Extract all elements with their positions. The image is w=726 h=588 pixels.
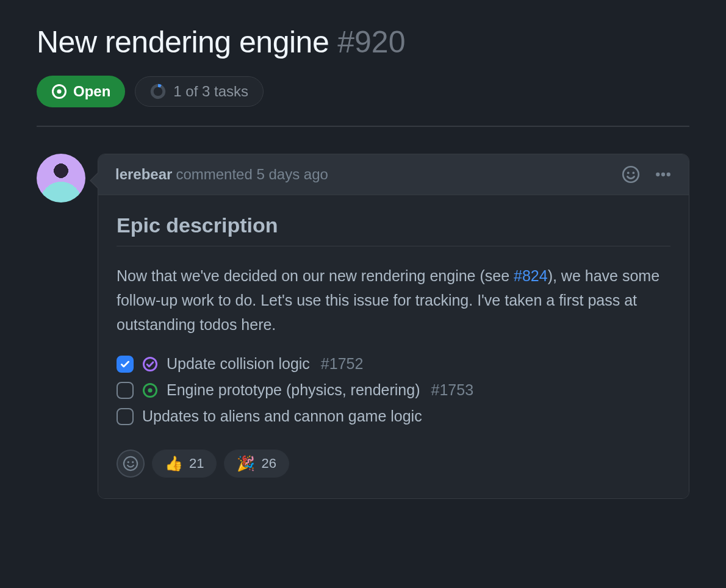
svg-point-13 <box>124 457 137 470</box>
svg-point-7 <box>656 173 660 176</box>
smiley-icon <box>123 456 138 471</box>
svg-point-12 <box>148 388 152 392</box>
status-pill-open: Open <box>37 76 125 107</box>
issue-title: New rendering engine <box>37 24 329 60</box>
svg-point-8 <box>661 173 665 176</box>
smiley-icon[interactable] <box>622 165 640 184</box>
tasks-progress-chip[interactable]: 1 of 3 tasks <box>135 76 264 107</box>
task-checkbox[interactable] <box>117 408 134 425</box>
task-list: Update collision logic #1752 Engine prot… <box>117 355 670 425</box>
svg-point-15 <box>132 461 134 463</box>
comment-header: lerebear commented 5 days ago <box>98 154 689 195</box>
svg-point-1 <box>57 89 61 93</box>
issue-open-icon <box>142 382 158 398</box>
add-reaction-button[interactable] <box>117 450 145 478</box>
tada-icon: 🎉 <box>237 455 255 472</box>
thumbs-up-icon: 👍 <box>165 455 183 472</box>
svg-point-2 <box>153 85 165 98</box>
reaction-count: 26 <box>261 456 276 471</box>
issue-number: #920 <box>337 24 405 60</box>
task-row: Updates to aliens and cannon game logic <box>117 407 670 425</box>
tasks-progress-icon <box>150 84 166 99</box>
comment-thread: lerebear commented 5 days ago Epic descr… <box>37 154 689 499</box>
tasks-summary: 1 of 3 tasks <box>173 83 248 100</box>
status-label: Open <box>73 83 110 100</box>
comment-author[interactable]: lerebear <box>115 166 172 183</box>
comment-body: Epic description Now that we've decided … <box>98 195 689 498</box>
issue-title-row: New rendering engine #920 <box>37 24 689 60</box>
reaction-thumbs-up[interactable]: 👍 21 <box>152 450 217 478</box>
issue-closed-icon <box>142 356 158 372</box>
task-checkbox[interactable] <box>117 382 134 399</box>
reactions-bar: 👍 21 🎉 26 <box>117 450 670 478</box>
task-ref[interactable]: #1752 <box>321 355 364 373</box>
reaction-tada[interactable]: 🎉 26 <box>224 450 289 478</box>
bubble-arrow <box>90 172 98 189</box>
check-icon <box>120 359 131 370</box>
svg-point-9 <box>667 173 670 176</box>
svg-point-4 <box>623 167 639 182</box>
comment-heading: Epic description <box>117 213 670 246</box>
section-divider <box>37 126 689 127</box>
svg-point-14 <box>128 461 129 463</box>
svg-point-6 <box>632 172 634 174</box>
task-row: Update collision logic #1752 <box>117 355 670 373</box>
task-row: Engine prototype (physics, rendering) #1… <box>117 381 670 399</box>
task-label[interactable]: Update collision logic <box>167 355 310 373</box>
task-label: Updates to aliens and cannon game logic <box>142 407 422 425</box>
comment-timestamp: commented 5 days ago <box>176 166 328 183</box>
svg-point-5 <box>627 172 630 174</box>
task-label[interactable]: Engine prototype (physics, rendering) <box>167 381 420 399</box>
kebab-icon[interactable] <box>655 166 672 183</box>
task-checkbox[interactable] <box>117 356 134 373</box>
issue-link-824[interactable]: #824 <box>514 267 548 284</box>
comment-bubble: lerebear commented 5 days ago Epic descr… <box>98 154 689 499</box>
issue-meta-row: Open 1 of 3 tasks <box>37 76 689 107</box>
comment-text: Now that we've decided on our new render… <box>117 264 670 337</box>
reaction-count: 21 <box>189 456 204 471</box>
avatar[interactable] <box>37 154 85 203</box>
task-ref[interactable]: #1753 <box>431 381 474 399</box>
issue-open-icon <box>51 84 67 99</box>
